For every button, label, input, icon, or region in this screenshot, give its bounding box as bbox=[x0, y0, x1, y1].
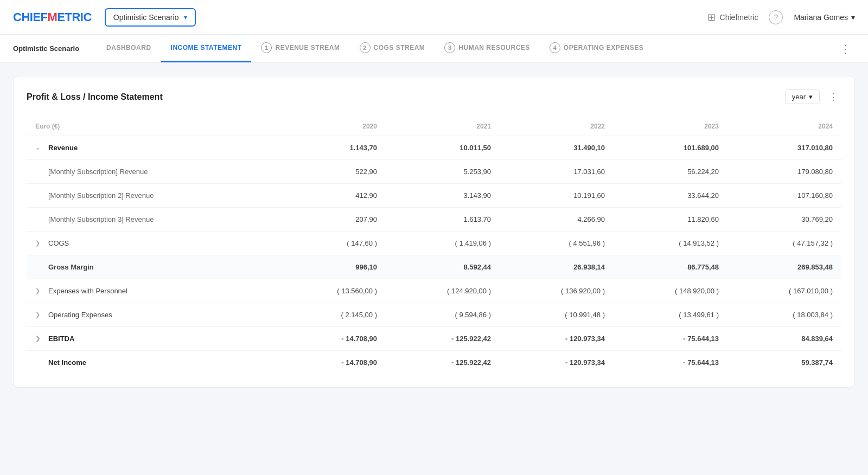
tab-operating-expenses-label: OPERATING EXPENSES bbox=[564, 44, 643, 52]
expenses-personnel-2023: ( 148.920,00 ) bbox=[614, 279, 727, 303]
revenue-expand-icon[interactable]: ⌄ bbox=[35, 144, 44, 151]
monthly-sub-1-label-cell: [Monthly Subscription] Revenue bbox=[27, 160, 279, 184]
income-statement-card: Profit & Loss / Income Statement year ▾ … bbox=[13, 76, 855, 388]
ebitda-label: EBITDA bbox=[48, 335, 74, 343]
expenses-personnel-label: Expenses with Personnel bbox=[48, 287, 127, 295]
table-row-revenue: ⌄ Revenue 1.143,70 10.011,50 31.490,10 1… bbox=[27, 136, 841, 160]
card-more-button[interactable]: ⋮ bbox=[825, 90, 841, 104]
user-chevron-icon: ▾ bbox=[851, 13, 855, 22]
col-header-label: Euro (€) bbox=[27, 117, 279, 136]
revenue-2022: 31.490,10 bbox=[500, 136, 614, 160]
nav-right: ⊞ Chiefmetric ? Mariana Gomes ▾ bbox=[707, 10, 855, 24]
cogs-expand-icon[interactable]: ❯ bbox=[35, 240, 44, 247]
col-header-2023: 2023 bbox=[614, 117, 727, 136]
net-income-2023: - 75.644,13 bbox=[614, 351, 727, 374]
grid-icon: ⊞ bbox=[707, 11, 716, 23]
operating-expenses-2021: ( 9.594,86 ) bbox=[386, 303, 500, 327]
monthly-sub-3-label-cell: [Monthly Subscription 3] Revenue bbox=[27, 208, 279, 232]
tab-income-statement[interactable]: INCOME STATEMENT bbox=[161, 35, 252, 62]
ebitda-2023: - 75.644,13 bbox=[614, 327, 727, 351]
table-row-monthly-sub-2: [Monthly Subscription 2] Revenue 412,90 … bbox=[27, 184, 841, 208]
operating-expenses-label-cell: ❯ Operating Expenses bbox=[27, 303, 279, 327]
operating-expenses-label: Operating Expenses bbox=[48, 311, 112, 319]
col-header-2024: 2024 bbox=[727, 117, 841, 136]
gross-margin-2022: 26.938,14 bbox=[500, 255, 614, 279]
table-row-gross-margin: Gross Margin 996,10 8.592,44 26.938,14 8… bbox=[27, 255, 841, 279]
user-menu[interactable]: Mariana Gomes ▾ bbox=[794, 13, 855, 22]
scenario-label: Optimistic Scenario bbox=[113, 13, 179, 22]
gross-margin-2020: 996,10 bbox=[279, 255, 386, 279]
revenue-2021: 10.011,50 bbox=[386, 136, 500, 160]
ebitda-expand-icon[interactable]: ❯ bbox=[35, 335, 44, 342]
ebitda-2021: - 125.922,42 bbox=[386, 327, 500, 351]
monthly-sub-1-2023: 56.224,20 bbox=[614, 160, 727, 184]
tab-revenue-stream-label: REVENUE STREAM bbox=[275, 44, 340, 52]
expenses-personnel-2021: ( 124.920,00 ) bbox=[386, 279, 500, 303]
tab-cogs-stream-label: COGS STREAM bbox=[374, 44, 425, 52]
expenses-personnel-2024: ( 167.010,00 ) bbox=[727, 279, 841, 303]
help-icon: ? bbox=[774, 13, 778, 21]
tab-income-statement-label: INCOME STATEMENT bbox=[171, 44, 242, 52]
tab-operating-expenses-num: 4 bbox=[550, 42, 560, 53]
gross-margin-2023: 86.775,48 bbox=[614, 255, 727, 279]
expenses-personnel-2022: ( 136.920,00 ) bbox=[500, 279, 614, 303]
user-name: Mariana Gomes bbox=[794, 13, 848, 22]
ebitda-2024: 84.839,64 bbox=[727, 327, 841, 351]
revenue-2023: 101.689,00 bbox=[614, 136, 727, 160]
ebitda-label-cell: ❯ EBITDA bbox=[27, 327, 279, 351]
col-header-2022: 2022 bbox=[500, 117, 614, 136]
tab-cogs-stream[interactable]: 2 COGS STREAM bbox=[350, 35, 435, 62]
expenses-personnel-expand-icon[interactable]: ❯ bbox=[35, 287, 44, 294]
table-row-monthly-sub-1: [Monthly Subscription] Revenue 522,90 5.… bbox=[27, 160, 841, 184]
col-header-2020: 2020 bbox=[279, 117, 386, 136]
table-row-expenses-personnel: ❯ Expenses with Personnel ( 13.560,00 ) … bbox=[27, 279, 841, 303]
logo-part3: ETRIC bbox=[57, 10, 92, 24]
cogs-label: COGS bbox=[48, 239, 69, 247]
table-row-net-income: Net Income - 14.708,90 - 125.922,42 - 12… bbox=[27, 351, 841, 374]
gross-margin-2024: 269.853,48 bbox=[727, 255, 841, 279]
monthly-sub-2-2020: 412,90 bbox=[279, 184, 386, 208]
cogs-2020: ( 147,60 ) bbox=[279, 232, 386, 255]
monthly-sub-3-label: [Monthly Subscription 3] Revenue bbox=[48, 215, 154, 223]
scenario-dropdown[interactable]: Optimistic Scenario ▾ bbox=[105, 8, 196, 27]
tabs-container: DASHBOARD INCOME STATEMENT 1 REVENUE STR… bbox=[97, 35, 835, 62]
cogs-label-cell: ❯ COGS bbox=[27, 232, 279, 255]
tab-operating-expenses[interactable]: 4 OPERATING EXPENSES bbox=[540, 35, 653, 62]
net-income-2024: 59.387,74 bbox=[727, 351, 841, 374]
table-row-cogs: ❯ COGS ( 147,60 ) ( 1.419,06 ) ( 4.551,9… bbox=[27, 232, 841, 255]
period-label: year bbox=[792, 93, 806, 101]
cogs-2022: ( 4.551,96 ) bbox=[500, 232, 614, 255]
revenue-label-cell: ⌄ Revenue bbox=[27, 136, 279, 160]
tab-dashboard-label: DASHBOARD bbox=[106, 44, 151, 52]
nav-company[interactable]: ⊞ Chiefmetric bbox=[707, 11, 758, 23]
tab-human-resources-label: HUMAN RESOURCES bbox=[458, 44, 530, 52]
monthly-sub-1-2024: 179.080,80 bbox=[727, 160, 841, 184]
tab-human-resources[interactable]: 3 HUMAN RESOURCES bbox=[435, 35, 540, 62]
ebitda-2022: - 120.973,34 bbox=[500, 327, 614, 351]
tab-revenue-stream[interactable]: 1 REVENUE STREAM bbox=[251, 35, 349, 62]
gross-margin-label-cell: Gross Margin bbox=[27, 255, 279, 279]
logo-part1: CHIEF bbox=[13, 10, 48, 24]
period-dropdown[interactable]: year ▾ bbox=[785, 89, 820, 104]
card-header-right: year ▾ ⋮ bbox=[785, 89, 841, 104]
table-row-operating-expenses: ❯ Operating Expenses ( 2.145,00 ) ( 9.59… bbox=[27, 303, 841, 327]
help-button[interactable]: ? bbox=[769, 10, 783, 24]
gross-margin-label: Gross Margin bbox=[48, 263, 94, 271]
monthly-sub-2-label: [Monthly Subscription 2] Revenue bbox=[48, 191, 154, 200]
expenses-personnel-2020: ( 13.560,00 ) bbox=[279, 279, 386, 303]
revenue-2024: 317.010,80 bbox=[727, 136, 841, 160]
operating-expenses-expand-icon[interactable]: ❯ bbox=[35, 311, 44, 318]
net-income-2022: - 120.973,34 bbox=[500, 351, 614, 374]
cogs-2024: ( 47.157,32 ) bbox=[727, 232, 841, 255]
cogs-2023: ( 14.913,52 ) bbox=[614, 232, 727, 255]
operating-expenses-2022: ( 10.991,48 ) bbox=[500, 303, 614, 327]
page-title: Optimistic Scenario bbox=[13, 44, 79, 53]
table-row-monthly-sub-3: [Monthly Subscription 3] Revenue 207,90 … bbox=[27, 208, 841, 232]
main-content: Profit & Loss / Income Statement year ▾ … bbox=[0, 63, 868, 401]
tab-cogs-stream-num: 2 bbox=[360, 42, 371, 53]
tab-dashboard[interactable]: DASHBOARD bbox=[97, 35, 161, 62]
net-income-label: Net Income bbox=[48, 358, 86, 367]
tabs-more-button[interactable]: ⋮ bbox=[835, 40, 855, 57]
tab-human-resources-num: 3 bbox=[444, 42, 455, 53]
monthly-sub-2-2024: 107.160,80 bbox=[727, 184, 841, 208]
